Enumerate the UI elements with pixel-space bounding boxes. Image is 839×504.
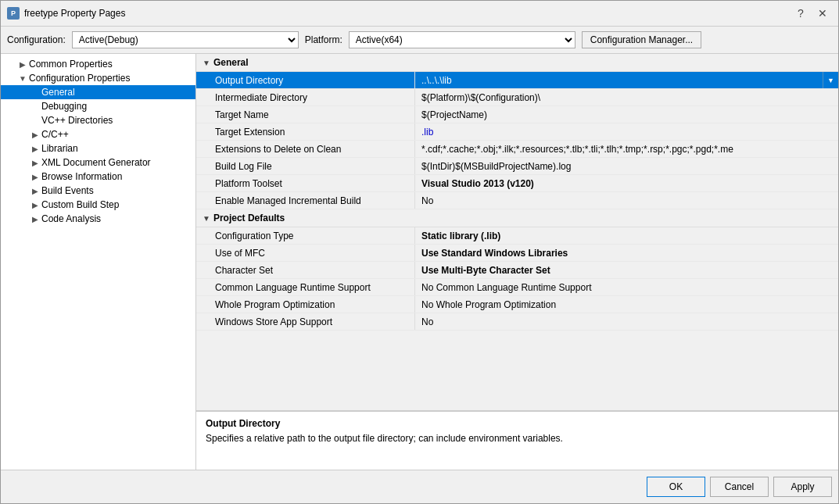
tree-arrow-common: ▶ (16, 60, 29, 69)
prop-value-build-log-file: $(IntDir)$(MSBuildProjectName).log (415, 158, 838, 174)
property-table-area: ▼ General Output Directory ..\..\.\lib ▼… (196, 54, 838, 411)
sidebar-item-build-events[interactable]: ▶ Build Events (1, 184, 195, 198)
toolbar: Configuration: Active(Debug) Platform: A… (1, 27, 838, 53)
property-row-managed-incremental[interactable]: Enable Managed Incremental Build No (196, 192, 838, 209)
sidebar-label-c-cpp: C/C++ (41, 129, 192, 140)
project-defaults-section-title: Project Defaults (213, 213, 285, 223)
sidebar-label-configuration-properties: Configuration Properties (29, 73, 192, 84)
general-section-header[interactable]: ▼ General (196, 54, 838, 72)
sidebar-label-general: General (41, 87, 192, 98)
configuration-manager-button[interactable]: Configuration Manager... (582, 31, 701, 48)
tree-arrow-custom-build: ▶ (29, 201, 41, 209)
prop-value-output-directory-row: ..\..\.\lib ▼ (415, 72, 838, 88)
prop-value-extensions-delete: *.cdf;*.cache;*.obj;*.ilk;*.resources;*.… (415, 141, 838, 157)
prop-value-whole-program-optimization: No Whole Program Optimization (415, 296, 838, 313)
title-bar-left: P freetype Property Pages (7, 7, 125, 20)
description-title: Output Directory (206, 418, 829, 429)
description-text: Specifies a relative path to the output … (206, 432, 829, 445)
config-label: Configuration: (7, 34, 66, 45)
property-row-character-set[interactable]: Character Set Use Multi-Byte Character S… (196, 262, 838, 279)
sidebar-label-xml-doc-generator: XML Document Generator (41, 157, 192, 168)
sidebar-item-c-cpp[interactable]: ▶ C/C++ (1, 127, 195, 141)
property-row-intermediate-directory[interactable]: Intermediate Directory $(Platform)\$(Con… (196, 89, 838, 106)
platform-label: Platform: (305, 34, 342, 45)
prop-value-use-of-mfc: Use Standard Windows Libraries (415, 245, 838, 261)
sidebar-label-custom-build-step: Custom Build Step (41, 199, 192, 210)
project-defaults-section-toggle[interactable]: ▼ (203, 214, 210, 223)
sidebar-label-code-analysis: Code Analysis (41, 213, 192, 224)
tree-arrow-browse: ▶ (29, 173, 41, 181)
prop-name-windows-store-app: Windows Store App Support (196, 313, 415, 330)
sidebar-item-browse-information[interactable]: ▶ Browse Information (1, 170, 195, 184)
platform-dropdown[interactable]: Active(x64) (349, 31, 575, 48)
sidebar: ▶ Common Properties ▼ Configuration Prop… (1, 54, 196, 470)
close-button[interactable]: ✕ (813, 5, 832, 21)
prop-name-configuration-type: Configuration Type (196, 227, 415, 244)
tree-arrow-code-analysis: ▶ (29, 215, 41, 223)
tree-arrow-ccpp: ▶ (29, 130, 41, 139)
sidebar-item-debugging[interactable]: Debugging (1, 99, 195, 113)
prop-name-platform-toolset: Platform Toolset (196, 175, 415, 191)
prop-value-target-extension: .lib (415, 123, 838, 140)
prop-name-whole-program-optimization: Whole Program Optimization (196, 296, 415, 313)
property-row-extensions-delete[interactable]: Extensions to Delete on Clean *.cdf;*.ca… (196, 141, 838, 158)
sidebar-item-configuration-properties[interactable]: ▼ Configuration Properties (1, 71, 195, 85)
configuration-dropdown[interactable]: Active(Debug) (72, 31, 299, 48)
prop-name-managed-incremental: Enable Managed Incremental Build (196, 192, 415, 209)
general-section-toggle[interactable]: ▼ (203, 59, 210, 67)
property-row-output-directory[interactable]: Output Directory ..\..\.\lib ▼ (196, 72, 838, 89)
sidebar-item-code-analysis[interactable]: ▶ Code Analysis (1, 212, 195, 226)
property-row-windows-store-app[interactable]: Windows Store App Support No (196, 313, 838, 331)
property-row-platform-toolset[interactable]: Platform Toolset Visual Studio 2013 (v12… (196, 175, 838, 192)
property-row-target-extension[interactable]: Target Extension .lib (196, 123, 838, 141)
prop-value-character-set: Use Multi-Byte Character Set (415, 262, 838, 278)
property-row-target-name[interactable]: Target Name $(ProjectName) (196, 106, 838, 123)
prop-name-use-of-mfc: Use of MFC (196, 245, 415, 261)
sidebar-item-custom-build-step[interactable]: ▶ Custom Build Step (1, 198, 195, 212)
sidebar-label-vc-directories: VC++ Directories (41, 115, 192, 126)
prop-name-target-name: Target Name (196, 106, 415, 123)
help-button[interactable]: ? (791, 5, 810, 21)
property-row-use-of-mfc[interactable]: Use of MFC Use Standard Windows Librarie… (196, 245, 838, 262)
sidebar-label-common-properties: Common Properties (29, 59, 192, 70)
prop-value-configuration-type: Static library (.lib) (415, 227, 838, 244)
apply-button[interactable]: Apply (773, 477, 832, 497)
tree-arrow-build-events: ▶ (29, 187, 41, 195)
property-row-clr-support[interactable]: Common Language Runtime Support No Commo… (196, 279, 838, 296)
window-title: freetype Property Pages (24, 8, 125, 19)
sidebar-label-debugging: Debugging (41, 101, 192, 112)
prop-name-build-log-file: Build Log File (196, 158, 415, 174)
prop-name-clr-support: Common Language Runtime Support (196, 279, 415, 295)
tree-arrow-xml: ▶ (29, 159, 41, 167)
property-row-whole-program-optimization[interactable]: Whole Program Optimization No Whole Prog… (196, 296, 838, 313)
window-icon: P (7, 7, 20, 20)
title-buttons: ? ✕ (791, 5, 832, 21)
prop-name-extensions-delete: Extensions to Delete on Clean (196, 141, 415, 157)
prop-name-character-set: Character Set (196, 262, 415, 278)
main-content: ▶ Common Properties ▼ Configuration Prop… (1, 53, 838, 470)
tree-arrow-librarian: ▶ (29, 145, 41, 153)
prop-value-target-name: $(ProjectName) (415, 106, 838, 123)
prop-value-windows-store-app: No (415, 313, 838, 330)
sidebar-item-general[interactable]: General (1, 85, 195, 99)
title-bar: P freetype Property Pages ? ✕ (1, 1, 838, 27)
sidebar-label-librarian: Librarian (41, 143, 192, 154)
sidebar-label-build-events: Build Events (41, 185, 192, 196)
ok-button[interactable]: OK (647, 477, 705, 497)
sidebar-item-xml-doc-generator[interactable]: ▶ XML Document Generator (1, 155, 195, 170)
project-defaults-section-header[interactable]: ▼ Project Defaults (196, 209, 838, 227)
output-directory-dropdown-btn[interactable]: ▼ (823, 72, 838, 88)
sidebar-item-common-properties[interactable]: ▶ Common Properties (1, 57, 195, 71)
content-area: ▼ General Output Directory ..\..\.\lib ▼… (196, 54, 838, 470)
prop-name-intermediate-directory: Intermediate Directory (196, 89, 415, 105)
property-row-build-log-file[interactable]: Build Log File $(IntDir)$(MSBuildProject… (196, 158, 838, 175)
description-panel: Output Directory Specifies a relative pa… (196, 411, 838, 470)
property-row-configuration-type[interactable]: Configuration Type Static library (.lib) (196, 227, 838, 245)
cancel-button[interactable]: Cancel (710, 477, 769, 497)
sidebar-item-vc-directories[interactable]: VC++ Directories (1, 113, 195, 127)
sidebar-item-librarian[interactable]: ▶ Librarian (1, 141, 195, 155)
prop-value-managed-incremental: No (415, 192, 838, 209)
prop-value-platform-toolset: Visual Studio 2013 (v120) (415, 175, 838, 191)
sidebar-label-browse-information: Browse Information (41, 171, 192, 182)
prop-value-clr-support: No Common Language Runtime Support (415, 279, 838, 295)
